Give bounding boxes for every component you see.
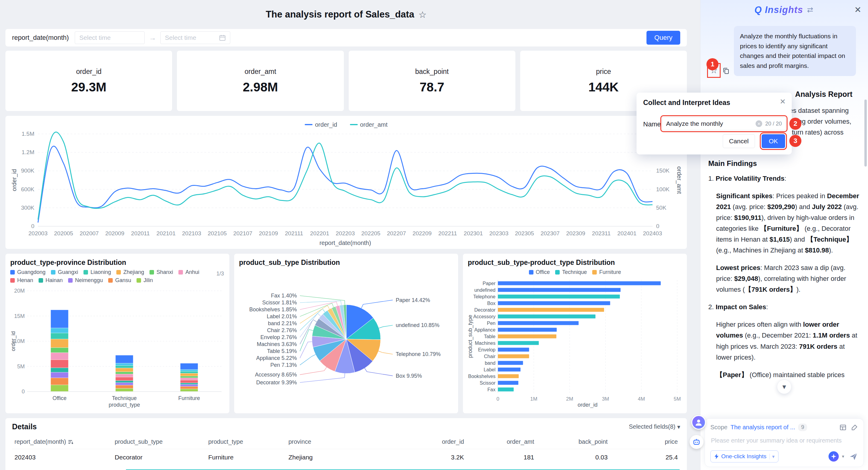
legend-item[interactable]: Jilin <box>136 277 153 284</box>
legend-item[interactable]: Gansu <box>108 277 131 284</box>
legend-item[interactable]: Shanxi <box>150 269 173 275</box>
subtype-horizontal-bar-chart[interactable]: 01M2M3M4M5MPaperundefinedTelephoneBoxDec… <box>468 278 682 408</box>
assistant-robot-button[interactable] <box>689 435 704 449</box>
sort-icon[interactable] <box>68 439 73 445</box>
selected-fields-dropdown[interactable]: Selected fields(8) ▾ <box>629 423 680 431</box>
svg-text:Envelop 2.76%: Envelop 2.76% <box>260 334 297 340</box>
svg-text:Chair: Chair <box>484 354 496 359</box>
legend-item[interactable]: Neimenggu <box>68 277 103 284</box>
date-end-input[interactable]: Select time <box>160 31 230 44</box>
svg-text:202203: 202203 <box>336 230 355 236</box>
edit-icon[interactable] <box>851 424 858 431</box>
legend-item[interactable]: Office <box>529 269 550 275</box>
legend-item[interactable]: Guangxi <box>51 269 78 275</box>
svg-text:202401: 202401 <box>617 230 636 236</box>
svg-text:1M: 1M <box>530 396 537 402</box>
column-header[interactable]: product_type <box>206 435 286 449</box>
legend-item[interactable]: Henan <box>10 277 33 284</box>
copy-icon[interactable] <box>722 67 730 74</box>
svg-text:Appliance: Appliance <box>474 327 495 332</box>
ok-button[interactable]: OK <box>762 134 785 148</box>
user-message-row: ☆ Analyze the monthly fluctuations in pr… <box>709 26 856 76</box>
svg-text:202009: 202009 <box>105 230 124 236</box>
trend-line-chart[interactable]: 0300K600K900K1.2M1.5M050K100K150K200K202… <box>10 130 683 247</box>
column-header[interactable]: report_date(month) <box>12 435 113 449</box>
kpi-label: order_amt <box>244 67 276 76</box>
swap-icon[interactable] <box>806 7 814 13</box>
svg-text:Technique: Technique <box>112 395 136 401</box>
svg-text:202011: 202011 <box>131 230 150 236</box>
column-header[interactable]: price <box>610 435 680 449</box>
column-header[interactable]: product_sub_type <box>113 435 206 449</box>
svg-text:Telephone: Telephone <box>473 294 495 299</box>
legend-item[interactable]: Liaoning <box>84 269 111 275</box>
svg-text:Bookshelves 1.85%: Bookshelves 1.85% <box>249 306 297 313</box>
svg-text:3M: 3M <box>602 396 609 402</box>
send-button[interactable] <box>849 452 858 461</box>
legend-pager[interactable]: 1/3 <box>216 271 224 277</box>
char-counter: 20 / 20 <box>765 121 782 127</box>
ai-model-avatar[interactable] <box>829 451 839 462</box>
scroll-down-button[interactable]: ▾ <box>777 380 792 394</box>
one-click-insights-button[interactable]: One-click Insights ▾ <box>710 450 778 463</box>
svg-text:202007: 202007 <box>80 230 98 236</box>
svg-text:202205: 202205 <box>361 230 380 236</box>
column-header[interactable]: order_id <box>393 435 467 449</box>
insert-table-icon[interactable] <box>839 424 846 431</box>
svg-text:0: 0 <box>31 223 34 229</box>
table-row[interactable]: 202403DecoratorFurnitureZhejiang3.2K1810… <box>12 449 680 466</box>
subtype-pie-chart[interactable]: Paper 14.42%undefined 10.85%Telephone 10… <box>239 269 453 406</box>
clear-input-icon[interactable]: ✕ <box>755 120 762 127</box>
svg-text:Scissor 1.81%: Scissor 1.81% <box>262 299 297 305</box>
range-arrow-icon: → <box>149 33 156 42</box>
legend-item[interactable]: order_amt <box>350 121 388 128</box>
svg-text:Accessory 8.65%: Accessory 8.65% <box>255 372 297 378</box>
finding-2-paragraph: 【Paper】 (Office) maintained stable price… <box>716 370 861 380</box>
province-stacked-bar-chart[interactable]: 05M10M15M20MOfficeTechniqueFurnitureprod… <box>10 287 224 408</box>
legend-item[interactable]: Zhejiang <box>116 269 144 275</box>
svg-text:202311: 202311 <box>592 230 611 236</box>
favorite-star-icon[interactable]: ☆ <box>418 9 427 20</box>
scope-link[interactable]: The analysis report of ... <box>731 424 795 431</box>
legend-item[interactable]: Furniture <box>592 269 621 275</box>
legend-item[interactable]: Anhui <box>179 269 199 275</box>
panel-close-icon[interactable]: ✕ <box>855 5 861 15</box>
panel-scrollbar[interactable] <box>864 99 867 167</box>
date-start-placeholder: Select time <box>79 34 140 41</box>
kpi-label: price <box>596 67 611 76</box>
svg-text:undefined 10.85%: undefined 10.85% <box>396 322 439 328</box>
person-icon <box>695 418 703 426</box>
kpi-card-back-point[interactable]: back_point 78.7 <box>349 51 516 111</box>
svg-text:15M: 15M <box>14 313 25 319</box>
svg-text:band: band <box>485 360 495 365</box>
svg-text:100K: 100K <box>656 186 670 193</box>
column-header[interactable]: province <box>286 435 393 449</box>
lightning-icon <box>714 454 719 459</box>
date-start-input[interactable]: Select time <box>75 31 145 44</box>
legend-item[interactable]: order_id <box>305 121 337 128</box>
name-input[interactable]: Analyze the monthly ✕ 20 / 20 <box>662 117 786 130</box>
svg-text:202211: 202211 <box>438 230 457 236</box>
kpi-value: 144K <box>588 80 618 94</box>
kpi-card-order-id[interactable]: order_id 29.3M <box>5 51 172 111</box>
kpi-card-order-amt[interactable]: order_amt 2.98M <box>177 51 344 111</box>
send-plane-icon <box>849 452 858 461</box>
legend-item[interactable]: Hainan <box>38 277 63 284</box>
column-header[interactable]: order_amt <box>467 435 537 449</box>
legend-item[interactable]: Technique <box>555 269 587 275</box>
user-avatar[interactable] <box>691 415 706 430</box>
kpi-label: order_id <box>76 67 101 76</box>
chevron-down-icon[interactable]: ▾ <box>842 454 844 459</box>
svg-text:Decorator 9.39%: Decorator 9.39% <box>256 380 297 385</box>
cancel-button[interactable]: Cancel <box>723 134 755 148</box>
dashboard-main: The analysis report of Sales_data ☆ repo… <box>0 0 700 470</box>
scope-count-badge: 9 <box>798 423 807 431</box>
composer-placeholder[interactable]: Please enter your summary idea or requir… <box>711 436 858 445</box>
app-root: The analysis report of Sales_data ☆ repo… <box>0 0 868 470</box>
legend-item[interactable]: Guangdong <box>10 269 45 275</box>
modal-close-icon[interactable]: ✕ <box>780 97 786 106</box>
subtype-chart-card: product_sub_type-product_type Distributi… <box>463 254 687 413</box>
main-findings-heading: Main Findings <box>708 159 861 168</box>
query-button[interactable]: Query <box>647 31 680 45</box>
column-header[interactable]: back_point <box>536 435 610 449</box>
